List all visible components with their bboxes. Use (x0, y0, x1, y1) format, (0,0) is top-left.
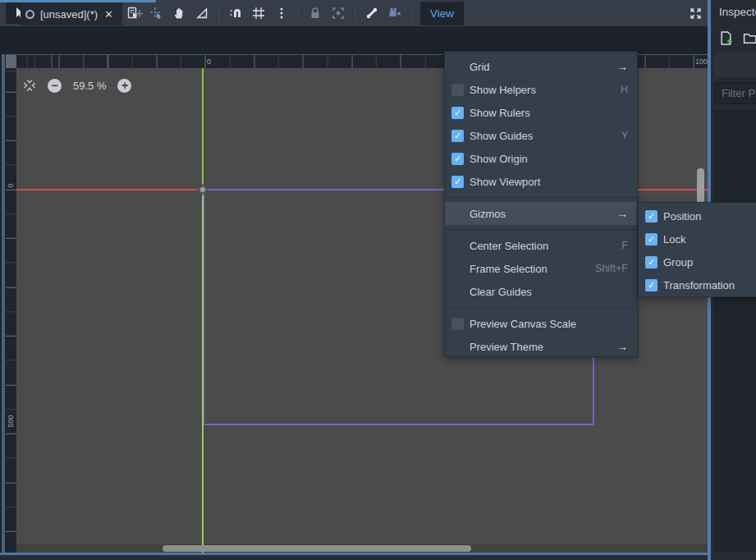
view-menu-popup: Grid → Show Helpers H Show Rulers Show G… (444, 51, 638, 357)
submenu-item-position[interactable]: Position (639, 204, 756, 227)
zoom-percentage[interactable]: 59.5 % (73, 80, 106, 92)
inspector-toolbar (719, 31, 756, 45)
menu-item-show-origin[interactable]: Show Origin (445, 147, 637, 170)
inspector-tab[interactable]: Inspector (719, 6, 756, 18)
toolbar-separator (411, 5, 412, 21)
ruler-corner (6, 55, 16, 68)
menu-item-show-rulers[interactable]: Show Rulers (445, 101, 637, 124)
filter-properties-input[interactable] (714, 82, 756, 104)
menu-item-label: Group (663, 256, 693, 269)
menu-item-label: Show Guides (470, 130, 533, 142)
menu-item-center-selection[interactable]: Center Selection F (445, 234, 637, 257)
zoom-out-button[interactable]: − (48, 79, 62, 93)
smart-snap-button[interactable] (224, 2, 247, 24)
inspector-resource-bar (714, 53, 756, 77)
menu-item-show-helpers[interactable]: Show Helpers H (445, 78, 637, 101)
checkbox-checked-icon (451, 107, 464, 119)
menu-item-label: Preview Theme (470, 341, 543, 353)
godot-editor-window: [unsaved](*) ✕ + (0, 0, 756, 560)
center-view-icon[interactable] (23, 79, 36, 92)
submenu-arrow-icon: → (616, 340, 628, 353)
close-tab-icon[interactable]: ✕ (104, 8, 113, 21)
menu-shortcut: H (621, 84, 628, 95)
y-axis-line (202, 68, 204, 190)
horizontal-scrollbar-thumb[interactable] (163, 545, 471, 552)
toolbar-separator (355, 5, 355, 21)
checkbox-spacer (451, 263, 464, 275)
checkbox-spacer (451, 286, 464, 298)
checkbox-spacer (451, 341, 464, 353)
view-menu-button[interactable]: View (420, 2, 464, 25)
skeleton-options-button[interactable] (383, 2, 406, 24)
toolbar-separator (218, 5, 219, 21)
submenu-arrow-icon: → (616, 60, 628, 73)
checkbox-checked-icon (645, 233, 657, 246)
ruler-label: 1000 (695, 55, 708, 68)
menu-item-frame-selection[interactable]: Frame Selection Shift+F (445, 257, 637, 280)
menu-item-label: Gizmos (470, 208, 506, 220)
y-axis-line-below-origin (202, 190, 204, 553)
checkbox-checked-icon (645, 256, 657, 269)
submenu-item-lock[interactable]: Lock (639, 227, 756, 250)
menu-shortcut: Shift+F (595, 263, 628, 274)
lock-object-button[interactable] (304, 2, 327, 24)
snap-options-button[interactable] (270, 2, 293, 24)
menu-separator (445, 225, 637, 234)
checkbox-checked-icon (451, 176, 464, 188)
menu-item-preview-theme[interactable]: Preview Theme → (445, 335, 637, 358)
new-resource-icon[interactable] (719, 31, 733, 45)
menu-item-label: Position (663, 210, 701, 223)
zoom-controls: − 59.5 % + (23, 76, 131, 94)
node-position-gizmo[interactable] (196, 183, 209, 196)
menu-item-label: Frame Selection (470, 263, 548, 275)
menu-item-label: Show Helpers (470, 84, 536, 96)
pan-tool-button[interactable] (167, 2, 190, 24)
checkbox-unchecked-icon (451, 318, 464, 330)
zoom-in-button[interactable]: + (117, 79, 131, 93)
grid-snap-button[interactable] (247, 2, 270, 24)
make-bones-button[interactable] (360, 2, 383, 24)
checkbox-spacer (451, 61, 464, 73)
menu-item-grid[interactable]: Grid → (445, 55, 637, 78)
menu-item-label: Lock (663, 233, 685, 246)
new-scene-tab-button[interactable]: + (131, 5, 149, 23)
checkbox-checked-icon (451, 153, 464, 165)
menu-item-label: Show Rulers (470, 107, 530, 119)
bottom-panel-edge (0, 555, 756, 560)
checkbox-unchecked-icon (451, 84, 464, 96)
submenu-item-group[interactable]: Group (639, 250, 756, 273)
menu-shortcut: Y (621, 130, 628, 141)
vertical-ruler[interactable]: 0 500 (6, 68, 16, 553)
scene-tab-unsaved[interactable]: [unsaved](*) ✕ (21, 2, 122, 25)
checkbox-checked-icon (645, 210, 657, 223)
menu-item-label: Center Selection (470, 240, 548, 252)
distraction-free-mode-icon[interactable] (685, 3, 705, 23)
menu-item-gizmos[interactable]: Gizmos → (445, 202, 637, 225)
menu-item-show-viewport[interactable]: Show Viewport (445, 170, 637, 193)
menu-item-preview-canvas-scale[interactable]: Preview Canvas Scale (445, 312, 637, 335)
ruler-label: 0 (207, 55, 211, 68)
menu-item-clear-guides[interactable]: Clear Guides (445, 280, 637, 303)
gizmos-submenu-popup: Position Lock Group Transformation (638, 202, 756, 297)
load-resource-folder-icon[interactable] (743, 31, 756, 45)
menu-item-label: Transformation (663, 279, 735, 291)
scene-icon (25, 10, 34, 19)
submenu-item-transformation[interactable]: Transformation (639, 273, 756, 296)
checkbox-checked-icon (451, 130, 464, 142)
left-dock-splitter[interactable] (2, 54, 5, 554)
menu-separator (445, 193, 637, 202)
ruler-label: 500 (7, 409, 15, 434)
scene-tab-title: [unsaved](*) (40, 8, 98, 21)
menu-item-show-guides[interactable]: Show Guides Y (445, 124, 637, 147)
menu-item-label: Preview Canvas Scale (470, 318, 576, 330)
toolbar-separator (298, 5, 299, 21)
menu-item-label: Grid (470, 61, 490, 73)
menu-separator (445, 303, 637, 312)
menu-item-label: Clear Guides (470, 286, 532, 298)
submenu-arrow-icon: → (616, 207, 628, 220)
inspector-body (714, 110, 756, 552)
ruler-label: 0 (7, 173, 15, 198)
group-object-button[interactable] (327, 2, 350, 24)
ruler-tool-button[interactable] (190, 2, 213, 24)
checkbox-checked-icon (645, 279, 657, 291)
